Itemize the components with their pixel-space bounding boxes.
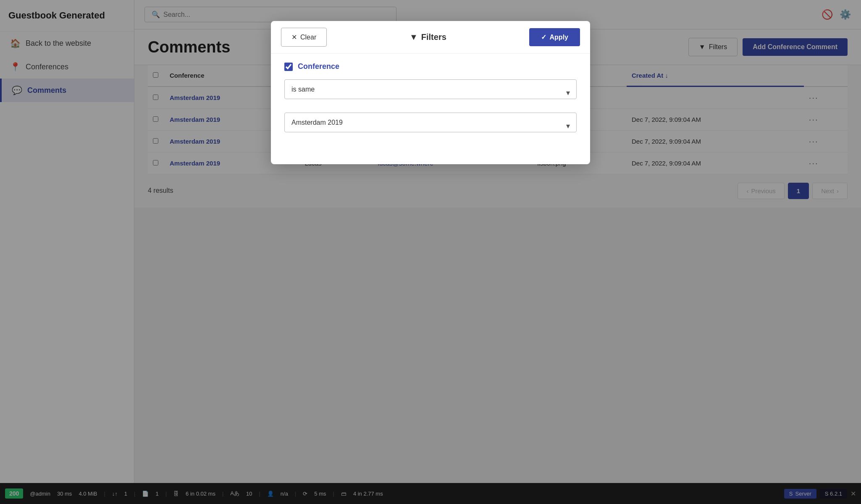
value-select-wrapper: Amsterdam 2019Berlin 2020Paris 2021 [284, 113, 577, 139]
condition-select-wrapper: is sameis not samecontainsdoes not conta… [284, 79, 577, 106]
value-select[interactable]: Amsterdam 2019Berlin 2020Paris 2021 [284, 113, 577, 132]
filter-modal-body: Conference is sameis not samecontainsdoe… [271, 54, 590, 154]
clear-button[interactable]: ✕ Clear [281, 28, 327, 47]
filter-modal: ✕ Clear ▼ Filters ✓ Apply Conference is … [271, 21, 590, 164]
funnel-icon: ▼ [410, 32, 418, 42]
x-icon: ✕ [291, 33, 297, 41]
filter-checkbox-row: Conference [284, 62, 577, 71]
conference-filter-checkbox[interactable] [284, 63, 293, 71]
apply-button[interactable]: ✓ Apply [529, 28, 580, 46]
filter-title: ▼ Filters [410, 32, 446, 42]
filter-modal-header: ✕ Clear ▼ Filters ✓ Apply [271, 21, 590, 54]
check-icon: ✓ [541, 33, 546, 41]
conference-filter-label[interactable]: Conference [298, 62, 339, 71]
condition-select[interactable]: is sameis not samecontainsdoes not conta… [284, 79, 577, 99]
